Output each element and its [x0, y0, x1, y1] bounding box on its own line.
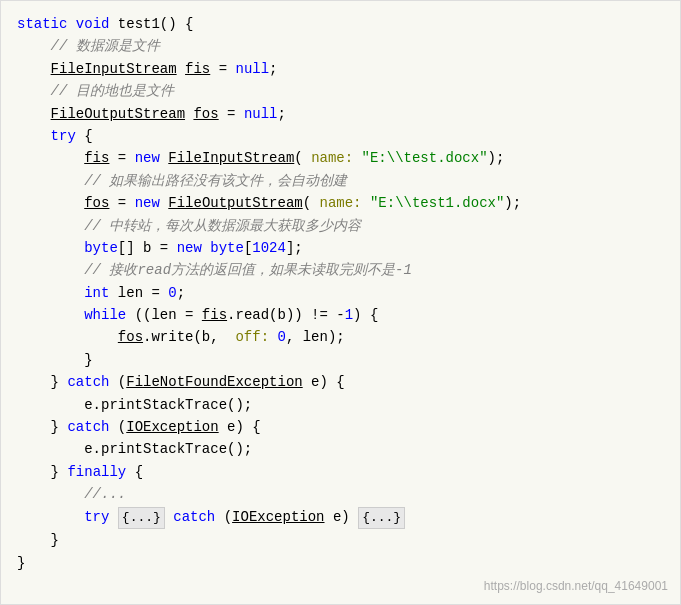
code-line-8: // 如果输出路径没有该文件，会自动创建 — [17, 170, 664, 192]
number-1: 1 — [345, 304, 353, 326]
code-line-12: // 接收read方法的返回值，如果未读取完则不是-1 — [17, 259, 664, 281]
code-line-1: static void test1() { — [17, 13, 664, 35]
class-fileoutputstream: FileOutputStream — [51, 103, 185, 125]
string-path2: "E:\\test1.docx" — [370, 192, 504, 214]
string-path1: "E:\\test.docx" — [362, 147, 488, 169]
comment-buffer: // 中转站，每次从数据源最大获取多少内容 — [84, 215, 361, 237]
code-line-19: } catch ( IOException e) { — [17, 416, 664, 438]
keyword-null2: null — [244, 103, 278, 125]
keyword-catch3: catch — [173, 506, 215, 528]
var-fis3: fis — [202, 304, 227, 326]
code-line-9: fos = new FileOutputStream ( name: "E:\\… — [17, 192, 664, 214]
var-fis2: fis — [84, 147, 109, 169]
keyword-catch2: catch — [67, 416, 109, 438]
class-ioexception2: IOException — [232, 506, 324, 528]
number-1024: 1024 — [252, 237, 286, 259]
keyword-new: new — [135, 147, 160, 169]
class-fos-new: FileOutputStream — [168, 192, 302, 214]
code-line-20: e.printStackTrace(); — [17, 438, 664, 460]
comment-dots: //... — [84, 483, 126, 505]
class-ioexception1: IOException — [126, 416, 218, 438]
keyword-try: try — [51, 125, 76, 147]
comment-readreturn: // 接收read方法的返回值，如果未读取完则不是-1 — [84, 259, 412, 281]
keyword-finally: finally — [67, 461, 126, 483]
param-name1: name: — [311, 147, 353, 169]
class-fis-new: FileInputStream — [168, 147, 294, 169]
number-0b: 0 — [277, 326, 285, 348]
var-fos: fos — [193, 103, 218, 125]
number-0: 0 — [168, 282, 176, 304]
param-name2: name: — [320, 192, 362, 214]
comment-autocreate: // 如果输出路径没有该文件，会自动创建 — [84, 170, 347, 192]
code-line-17: } catch ( FileNotFoundException e) { — [17, 371, 664, 393]
var-fis: fis — [185, 58, 210, 80]
param-off: off: — [235, 326, 269, 348]
code-line-23: try {...} catch ( IOException e) {...} — [17, 506, 664, 530]
code-line-25: } — [17, 552, 664, 574]
try-inline-block: {...} — [118, 507, 165, 530]
code-editor: static void test1() { // 数据源是文件 FileInpu… — [0, 0, 681, 605]
code-line-18: e.printStackTrace(); — [17, 394, 664, 416]
keyword-byte: byte — [84, 237, 118, 259]
keyword-new3: new — [177, 237, 202, 259]
keyword-null: null — [235, 58, 269, 80]
code-line-14: while ((len = fis .read(b)) != - 1 ) { — [17, 304, 664, 326]
code-line-22: //... — [17, 483, 664, 505]
code-line-13: int len = 0 ; — [17, 282, 664, 304]
method-name: test1() { — [118, 13, 194, 35]
keyword-int: int — [84, 282, 109, 304]
code-line-15: fos .write(b, off: 0 , len); — [17, 326, 664, 348]
code-line-10: // 中转站，每次从数据源最大获取多少内容 — [17, 215, 664, 237]
catch-inline-block: {...} — [358, 507, 405, 530]
code-line-16: } — [17, 349, 664, 371]
var-fos2: fos — [84, 192, 109, 214]
class-fileinputstream: FileInputStream — [51, 58, 177, 80]
watermark: https://blog.csdn.net/qq_41649001 — [484, 577, 668, 596]
code-line-11: byte [] b = new byte [ 1024 ]; — [17, 237, 664, 259]
keyword-static: static — [17, 13, 67, 35]
code-line-2: // 数据源是文件 — [17, 35, 664, 57]
code-line-21: } finally { — [17, 461, 664, 483]
var-fos3: fos — [118, 326, 143, 348]
keyword-try2: try — [84, 506, 109, 528]
keyword-while: while — [84, 304, 126, 326]
keyword-void: void — [76, 13, 110, 35]
code-line-4: // 目的地也是文件 — [17, 80, 664, 102]
code-line-3: FileInputStream fis = null ; — [17, 58, 664, 80]
keyword-byte2: byte — [210, 237, 244, 259]
code-line-5: FileOutputStream fos = null ; — [17, 103, 664, 125]
keyword-catch1: catch — [67, 371, 109, 393]
class-fnfe: FileNotFoundException — [126, 371, 302, 393]
code-line-6: try { — [17, 125, 664, 147]
comment-datasource: // 数据源是文件 — [51, 35, 160, 57]
code-line-7: fis = new FileInputStream ( name: "E:\\t… — [17, 147, 664, 169]
comment-target: // 目的地也是文件 — [51, 80, 174, 102]
keyword-new2: new — [135, 192, 160, 214]
code-line-24: } — [17, 529, 664, 551]
